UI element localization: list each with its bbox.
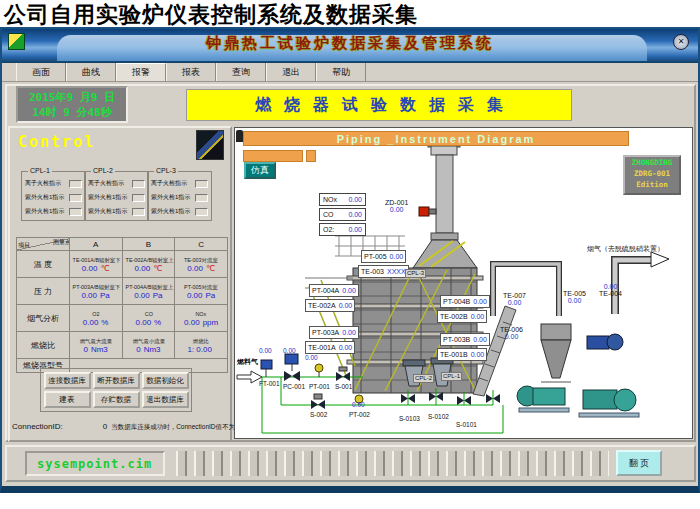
status-bar: sysempoint.cim 翻 页 bbox=[5, 445, 696, 482]
disconnect-db-button[interactable]: 断开数据库 bbox=[93, 372, 140, 389]
device-label-s001: S-001 bbox=[335, 383, 352, 390]
point-unit: % bbox=[154, 318, 161, 327]
table-row: 温 度 TE-001A/B辐射室下0.00℃ TE-002A/B辐射室上0.00… bbox=[17, 251, 228, 278]
date-text: 2015年9 月9 日 bbox=[18, 90, 126, 105]
point-label: 燃气最小流量 bbox=[125, 337, 172, 344]
point-unit: ppm bbox=[203, 318, 219, 327]
corner-label-top: 测量点 bbox=[53, 238, 69, 247]
marker-cpl3: CPL-3 bbox=[405, 269, 426, 278]
page-flip-button[interactable]: 翻 页 bbox=[616, 450, 662, 476]
measurement-table: 测量点 项目 A B C 温 度 TE-001A/B辐射室下0.00℃ TE-0… bbox=[16, 237, 228, 373]
diagram-title: Piping _Instrument Diagram bbox=[243, 131, 629, 146]
menu-item-report[interactable]: 报表 bbox=[166, 63, 216, 81]
point-unit: Nm3 bbox=[91, 345, 108, 354]
connection-id-value: 0 bbox=[103, 422, 107, 431]
flame-group-cpl3: CPL-3 离子火检指示 紫外火检1指示 紫外火检1指示 bbox=[147, 171, 212, 221]
menu-bar: 画面 曲线 报警 报表 查询 退出 帮助 bbox=[2, 63, 698, 82]
application-window: 钟鼎热工试验炉数据采集及管理系统 ✕ 画面 曲线 报警 报表 查询 退出 帮助 … bbox=[0, 27, 700, 493]
point-value: 0 bbox=[83, 345, 87, 354]
store-data-button[interactable]: 存贮数据 bbox=[93, 391, 140, 408]
tag-te002a: TE-002A0.00 bbox=[305, 299, 355, 312]
tag-te003: TE-003XXXX bbox=[358, 265, 409, 278]
device-value-ft001: 0.00 bbox=[259, 347, 272, 354]
point-label: NOx bbox=[178, 310, 225, 317]
device-label-pt002: PT-002 bbox=[349, 411, 370, 418]
gas-label: O2: bbox=[323, 226, 334, 233]
flame-group-cpl2: CPL-2 离子火检指示 紫外火检1指示 紫外火检1指示 bbox=[84, 171, 149, 221]
point-value: 1: 0.00 bbox=[187, 345, 211, 354]
brand-box: ZHONGDING ZDRG-001 Edition bbox=[623, 155, 681, 195]
menu-item-help[interactable]: 帮助 bbox=[316, 63, 366, 81]
tag-te001a: TE-001A0.00 bbox=[305, 341, 355, 354]
operator-icon bbox=[236, 130, 243, 142]
point-value: 0.00 bbox=[184, 318, 200, 327]
point-label: CO bbox=[125, 310, 172, 317]
point-unit: Pa bbox=[206, 291, 216, 300]
window-titlebar: 钟鼎热工试验炉数据采集及管理系统 ✕ bbox=[2, 29, 698, 63]
brand-model: ZDRG-001 bbox=[625, 168, 679, 179]
group-legend: CPL-2 bbox=[91, 167, 115, 174]
tag-pt003b: PT-003B0.00 bbox=[440, 333, 490, 346]
menu-item-curves[interactable]: 曲线 bbox=[66, 63, 116, 81]
flame-indicator-lamp bbox=[195, 208, 208, 216]
point-label: 燃气最大流量 bbox=[72, 337, 119, 344]
connect-db-button[interactable]: 连接数据库 bbox=[44, 372, 91, 389]
brand-name: ZHONGDING bbox=[625, 157, 679, 168]
gas-label: CO bbox=[323, 211, 334, 218]
corner-label-bottom: 项目 bbox=[18, 241, 30, 250]
burner-photo-thumbnail bbox=[196, 130, 224, 160]
window-title: 钟鼎热工试验炉数据采集及管理系统 bbox=[2, 34, 698, 53]
col-header-c: C bbox=[175, 238, 228, 251]
flame-indicator-lamp bbox=[69, 180, 82, 188]
database-button-group: 连接数据库 断开数据库 数据初始化 建表 存贮数据 退出数据库 bbox=[40, 368, 192, 412]
segment-strip bbox=[173, 451, 609, 476]
time-text: 14时 9 分48秒 bbox=[18, 105, 126, 120]
point-label: TE-002A/B辐射室上 bbox=[125, 256, 172, 263]
device-label-ft001: FT-001 bbox=[259, 380, 280, 387]
point-label: TE-003对流室 bbox=[178, 256, 225, 263]
simulation-button[interactable]: 仿真 bbox=[244, 162, 276, 179]
flame-indicator-label: 紫外火检1指示 bbox=[151, 193, 190, 202]
tag-te001b: TE-001B0.00 bbox=[437, 348, 487, 361]
tag-pt003a: PT-003A0.00 bbox=[309, 326, 359, 339]
col-header-b: B bbox=[122, 238, 175, 251]
banner-title: 燃烧器试验数据采集 bbox=[186, 89, 572, 121]
connection-status-row: ConnectionID: 0 当数据库连接成功时，ConnectionID值不… bbox=[12, 422, 232, 432]
device-label-pc001: PC-001 bbox=[283, 383, 305, 390]
tag-te004: 0.00TE-004 bbox=[599, 283, 622, 297]
point-unit: % bbox=[101, 318, 108, 327]
menu-item-exit[interactable]: 退出 bbox=[266, 63, 316, 81]
gas-label: NOx bbox=[323, 196, 337, 203]
flame-indicator-lamp bbox=[132, 180, 145, 188]
flame-indicator-label: 紫外火检1指示 bbox=[88, 193, 127, 202]
point-unit: Nm3 bbox=[144, 345, 161, 354]
point-value: 0.00 bbox=[136, 318, 152, 327]
point-value: 0.00 bbox=[134, 291, 150, 300]
flame-group-cpl1: CPL-1 离子火检指示 紫外火检1指示 紫外火检1指示 bbox=[21, 171, 86, 221]
gas-value: 0.00 bbox=[348, 196, 362, 203]
point-unit: ℃ bbox=[100, 264, 109, 273]
screen: 公司自用实验炉仪表控制系统及数据采集 钟鼎热工试验炉数据采集及管理系统 ✕ 画面… bbox=[0, 0, 700, 509]
menu-item-query[interactable]: 查询 bbox=[216, 63, 266, 81]
group-legend: CPL-1 bbox=[28, 167, 52, 174]
table-row: 烟气分析 O20.00% CO0.00% NOx0.00ppm bbox=[17, 305, 228, 332]
menu-item-screen[interactable]: 画面 bbox=[16, 63, 66, 81]
flame-indicator-lamp bbox=[69, 194, 82, 202]
device-label-s002: S-002 bbox=[310, 411, 327, 418]
device-value-pc001: 0.00 bbox=[283, 347, 296, 354]
exit-db-button[interactable]: 退出数据库 bbox=[142, 391, 189, 408]
menu-item-alarm[interactable]: 报警 bbox=[116, 63, 166, 81]
point-value: 0.00 bbox=[82, 264, 98, 273]
tag-te005: TE-0050.00 bbox=[563, 290, 586, 304]
table-corner: 测量点 项目 bbox=[17, 238, 69, 250]
orange-square bbox=[306, 150, 316, 162]
flame-indicator-label: 离子火检指示 bbox=[151, 179, 187, 188]
point-value: 0.00 bbox=[187, 264, 203, 273]
point-label: 燃烧比 bbox=[178, 337, 225, 344]
data-init-button[interactable]: 数据初始化 bbox=[142, 372, 189, 389]
device-label-pt001: PT-001 bbox=[309, 383, 330, 390]
create-table-button[interactable]: 建表 bbox=[44, 391, 91, 408]
gas-value: 0.00 bbox=[348, 226, 362, 233]
close-icon[interactable]: ✕ bbox=[673, 34, 689, 50]
point-value: 0.00 bbox=[187, 291, 203, 300]
